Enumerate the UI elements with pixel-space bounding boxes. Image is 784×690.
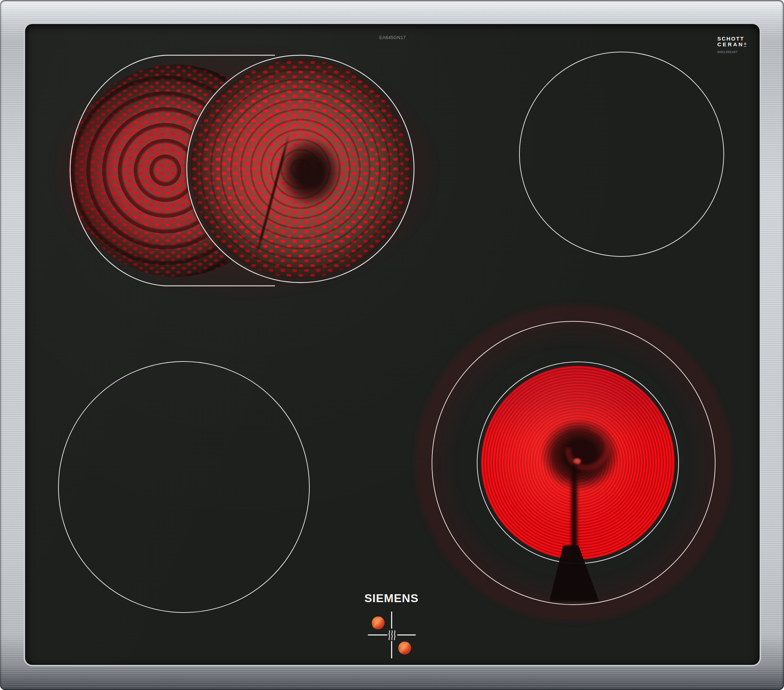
schott-wordmark: SCHOTT <box>717 36 752 41</box>
registered-trademark-symbol: ® <box>744 42 746 46</box>
back-left-zone-outline <box>50 43 434 294</box>
back-right-zone-outline <box>519 52 724 257</box>
indicator-dot-lower-right <box>398 642 411 654</box>
front-left-zone-outline <box>58 361 310 613</box>
ceran-text: CERAN <box>717 41 744 47</box>
indicator-dot-upper-left <box>372 616 385 629</box>
cross-line-right <box>397 634 416 636</box>
product-photo-stage: EA645GN17 SCHOTT CERAN® 9001355487 SIEME… <box>0 0 784 690</box>
model-number-label: EA645GN17 <box>373 35 412 40</box>
reference-number-label: 9001355487 <box>717 50 752 54</box>
cross-line-left <box>368 634 387 636</box>
schott-ceran-logo: SCHOTT CERAN® 9001355487 <box>717 36 752 54</box>
siemens-logo: SIEMENS <box>363 592 420 605</box>
control-markings <box>364 609 419 661</box>
residual-heat-icon <box>388 630 396 640</box>
stainless-steel-frame: EA645GN17 SCHOTT CERAN® 9001355487 SIEME… <box>0 0 784 690</box>
cross-line-top <box>391 611 392 629</box>
cross-line-bottom <box>391 641 392 659</box>
ceran-wordmark: CERAN® <box>717 41 752 47</box>
